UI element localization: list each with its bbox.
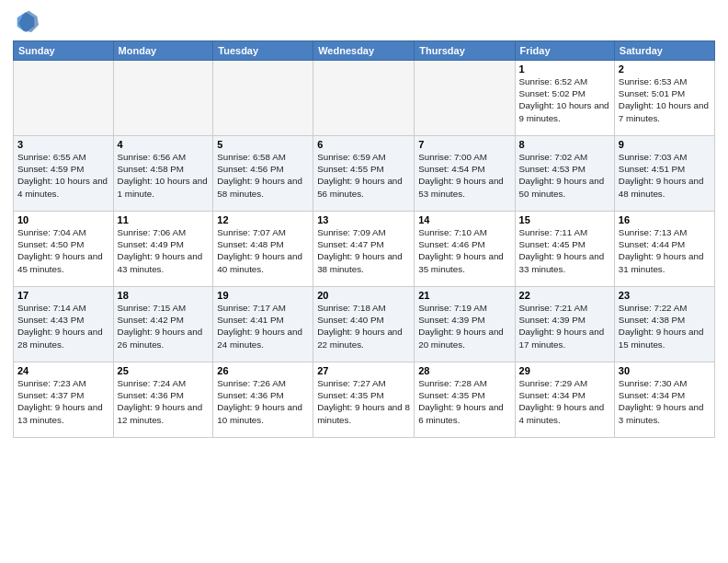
day-number: 18: [118, 290, 210, 301]
calendar-cell: 11Sunrise: 7:06 AMSunset: 4:49 PMDayligh…: [113, 212, 213, 287]
day-number: 29: [519, 365, 610, 376]
day-number: 27: [317, 365, 410, 376]
day-number: 7: [418, 139, 510, 150]
calendar-cell: [14, 61, 114, 136]
calendar-cell: 10Sunrise: 7:04 AMSunset: 4:50 PMDayligh…: [14, 212, 114, 287]
calendar-cell: 13Sunrise: 7:09 AMSunset: 4:47 PMDayligh…: [313, 212, 415, 287]
calendar-cell: 25Sunrise: 7:24 AMSunset: 4:36 PMDayligh…: [113, 362, 213, 438]
day-number: 4: [118, 139, 210, 150]
calendar-cell: 15Sunrise: 7:11 AMSunset: 4:45 PMDayligh…: [515, 212, 614, 287]
calendar-cell: 29Sunrise: 7:29 AMSunset: 4:34 PMDayligh…: [515, 362, 614, 438]
day-info: Sunrise: 7:10 AMSunset: 4:46 PMDaylight:…: [418, 226, 510, 275]
day-number: 15: [519, 214, 610, 225]
calendar-cell: 9Sunrise: 7:03 AMSunset: 4:51 PMDaylight…: [614, 136, 714, 212]
day-header-tuesday: Tuesday: [213, 41, 313, 61]
calendar-cell: 4Sunrise: 6:56 AMSunset: 4:58 PMDaylight…: [113, 136, 213, 212]
day-number: 24: [17, 365, 109, 376]
day-number: 13: [317, 214, 410, 225]
day-info: Sunrise: 7:23 AMSunset: 4:37 PMDaylight:…: [17, 377, 109, 426]
calendar-cell: 2Sunrise: 6:53 AMSunset: 5:01 PMDaylight…: [614, 61, 714, 136]
day-number: 8: [519, 139, 610, 150]
day-info: Sunrise: 7:17 AMSunset: 4:41 PMDaylight:…: [217, 302, 309, 350]
calendar-cell: 27Sunrise: 7:27 AMSunset: 4:35 PMDayligh…: [313, 362, 415, 438]
calendar-cell: 6Sunrise: 6:59 AMSunset: 4:55 PMDaylight…: [313, 136, 415, 212]
day-header-saturday: Saturday: [614, 41, 714, 61]
day-number: 28: [418, 365, 510, 376]
day-number: 17: [17, 290, 109, 301]
day-number: 26: [217, 365, 309, 376]
day-info: Sunrise: 7:28 AMSunset: 4:35 PMDaylight:…: [418, 377, 510, 426]
calendar-cell: 8Sunrise: 7:02 AMSunset: 4:53 PMDaylight…: [515, 136, 614, 212]
day-info: Sunrise: 7:03 AMSunset: 4:51 PMDaylight:…: [619, 151, 711, 200]
day-number: 30: [619, 365, 711, 376]
calendar-cell: 7Sunrise: 7:00 AMSunset: 4:54 PMDaylight…: [415, 136, 515, 212]
day-number: 14: [418, 214, 510, 225]
calendar-cell: 14Sunrise: 7:10 AMSunset: 4:46 PMDayligh…: [415, 212, 515, 287]
day-info: Sunrise: 7:00 AMSunset: 4:54 PMDaylight:…: [418, 151, 510, 200]
day-info: Sunrise: 7:29 AMSunset: 4:34 PMDaylight:…: [519, 377, 610, 426]
header: [13, 9, 715, 35]
day-number: 10: [17, 214, 109, 225]
day-info: Sunrise: 7:18 AMSunset: 4:40 PMDaylight:…: [317, 302, 410, 350]
calendar-cell: 1Sunrise: 6:52 AMSunset: 5:02 PMDaylight…: [515, 61, 614, 136]
day-number: 22: [519, 290, 610, 301]
day-number: 25: [118, 365, 210, 376]
day-info: Sunrise: 7:06 AMSunset: 4:49 PMDaylight:…: [118, 226, 210, 275]
calendar-cell: 26Sunrise: 7:26 AMSunset: 4:36 PMDayligh…: [213, 362, 313, 438]
day-info: Sunrise: 6:53 AMSunset: 5:01 PMDaylight:…: [619, 75, 711, 124]
calendar-week-1: 1Sunrise: 6:52 AMSunset: 5:02 PMDaylight…: [14, 61, 715, 136]
calendar-cell: 20Sunrise: 7:18 AMSunset: 4:40 PMDayligh…: [313, 287, 415, 362]
day-info: Sunrise: 7:30 AMSunset: 4:34 PMDaylight:…: [619, 377, 711, 426]
calendar-cell: 18Sunrise: 7:15 AMSunset: 4:42 PMDayligh…: [113, 287, 213, 362]
day-number: 21: [418, 290, 510, 301]
calendar-week-3: 10Sunrise: 7:04 AMSunset: 4:50 PMDayligh…: [14, 212, 715, 287]
day-info: Sunrise: 7:11 AMSunset: 4:45 PMDaylight:…: [519, 226, 610, 275]
day-info: Sunrise: 7:21 AMSunset: 4:39 PMDaylight:…: [519, 302, 610, 350]
day-info: Sunrise: 7:07 AMSunset: 4:48 PMDaylight:…: [217, 226, 309, 275]
day-info: Sunrise: 7:22 AMSunset: 4:38 PMDaylight:…: [619, 302, 711, 350]
calendar-cell: 19Sunrise: 7:17 AMSunset: 4:41 PMDayligh…: [213, 287, 313, 362]
day-number: 6: [317, 139, 410, 150]
day-info: Sunrise: 7:19 AMSunset: 4:39 PMDaylight:…: [418, 302, 510, 350]
day-info: Sunrise: 6:59 AMSunset: 4:55 PMDaylight:…: [317, 151, 410, 200]
day-number: 5: [217, 139, 309, 150]
calendar-cell: [313, 61, 415, 136]
calendar-week-5: 24Sunrise: 7:23 AMSunset: 4:37 PMDayligh…: [14, 362, 715, 438]
calendar-body: 1Sunrise: 6:52 AMSunset: 5:02 PMDaylight…: [14, 61, 715, 438]
calendar-cell: 12Sunrise: 7:07 AMSunset: 4:48 PMDayligh…: [213, 212, 313, 287]
day-info: Sunrise: 7:14 AMSunset: 4:43 PMDaylight:…: [17, 302, 109, 350]
day-number: 19: [217, 290, 309, 301]
calendar-cell: 16Sunrise: 7:13 AMSunset: 4:44 PMDayligh…: [614, 212, 714, 287]
day-info: Sunrise: 6:58 AMSunset: 4:56 PMDaylight:…: [217, 151, 309, 200]
calendar-cell: 24Sunrise: 7:23 AMSunset: 4:37 PMDayligh…: [14, 362, 114, 438]
day-info: Sunrise: 7:27 AMSunset: 4:35 PMDaylight:…: [317, 377, 410, 426]
day-number: 20: [317, 290, 410, 301]
calendar-cell: [213, 61, 313, 136]
day-number: 9: [619, 139, 711, 150]
day-header-wednesday: Wednesday: [313, 41, 415, 61]
calendar-cell: 30Sunrise: 7:30 AMSunset: 4:34 PMDayligh…: [614, 362, 714, 438]
calendar-cell: 3Sunrise: 6:55 AMSunset: 4:59 PMDaylight…: [14, 136, 114, 212]
day-info: Sunrise: 6:55 AMSunset: 4:59 PMDaylight:…: [17, 151, 109, 200]
calendar-week-4: 17Sunrise: 7:14 AMSunset: 4:43 PMDayligh…: [14, 287, 715, 362]
page: SundayMondayTuesdayWednesdayThursdayFrid…: [0, 0, 728, 563]
day-number: 3: [17, 139, 109, 150]
day-header-sunday: Sunday: [14, 41, 114, 61]
day-info: Sunrise: 7:26 AMSunset: 4:36 PMDaylight:…: [217, 377, 309, 426]
day-number: 11: [118, 214, 210, 225]
calendar-cell: 22Sunrise: 7:21 AMSunset: 4:39 PMDayligh…: [515, 287, 614, 362]
day-number: 16: [619, 214, 711, 225]
calendar-cell: [415, 61, 515, 136]
calendar-week-2: 3Sunrise: 6:55 AMSunset: 4:59 PMDaylight…: [14, 136, 715, 212]
day-info: Sunrise: 7:13 AMSunset: 4:44 PMDaylight:…: [619, 226, 711, 275]
day-header-monday: Monday: [113, 41, 213, 61]
calendar-header-row: SundayMondayTuesdayWednesdayThursdayFrid…: [14, 41, 715, 61]
calendar: SundayMondayTuesdayWednesdayThursdayFrid…: [13, 40, 715, 438]
calendar-cell: [113, 61, 213, 136]
day-info: Sunrise: 7:15 AMSunset: 4:42 PMDaylight:…: [118, 302, 210, 350]
day-info: Sunrise: 6:52 AMSunset: 5:02 PMDaylight:…: [519, 75, 610, 124]
calendar-cell: 23Sunrise: 7:22 AMSunset: 4:38 PMDayligh…: [614, 287, 714, 362]
day-info: Sunrise: 7:24 AMSunset: 4:36 PMDaylight:…: [118, 377, 210, 426]
logo-icon: [13, 9, 39, 35]
logo: [13, 9, 42, 35]
